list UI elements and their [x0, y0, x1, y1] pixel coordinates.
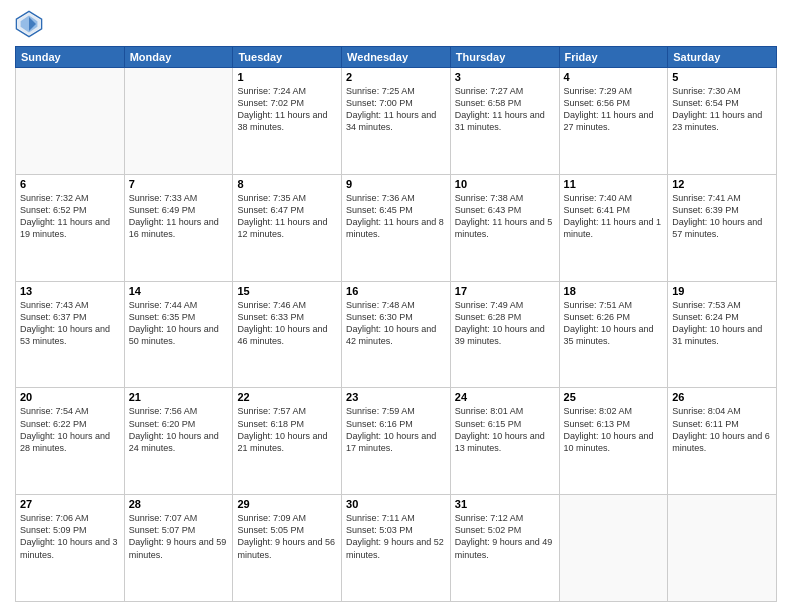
- weekday-header-row: SundayMondayTuesdayWednesdayThursdayFrid…: [16, 47, 777, 68]
- day-number: 15: [237, 285, 337, 297]
- day-info: Sunrise: 7:56 AM Sunset: 6:20 PM Dayligh…: [129, 405, 229, 454]
- calendar-cell: 12Sunrise: 7:41 AM Sunset: 6:39 PM Dayli…: [668, 174, 777, 281]
- day-number: 8: [237, 178, 337, 190]
- day-number: 5: [672, 71, 772, 83]
- week-row-3: 13Sunrise: 7:43 AM Sunset: 6:37 PM Dayli…: [16, 281, 777, 388]
- calendar-cell: 26Sunrise: 8:04 AM Sunset: 6:11 PM Dayli…: [668, 388, 777, 495]
- calendar-cell: [668, 495, 777, 602]
- weekday-header-thursday: Thursday: [450, 47, 559, 68]
- day-info: Sunrise: 7:06 AM Sunset: 5:09 PM Dayligh…: [20, 512, 120, 561]
- calendar-cell: 17Sunrise: 7:49 AM Sunset: 6:28 PM Dayli…: [450, 281, 559, 388]
- day-number: 28: [129, 498, 229, 510]
- day-info: Sunrise: 7:57 AM Sunset: 6:18 PM Dayligh…: [237, 405, 337, 454]
- calendar: SundayMondayTuesdayWednesdayThursdayFrid…: [15, 46, 777, 602]
- day-info: Sunrise: 7:30 AM Sunset: 6:54 PM Dayligh…: [672, 85, 772, 134]
- week-row-1: 1Sunrise: 7:24 AM Sunset: 7:02 PM Daylig…: [16, 68, 777, 175]
- weekday-header-wednesday: Wednesday: [342, 47, 451, 68]
- day-info: Sunrise: 7:41 AM Sunset: 6:39 PM Dayligh…: [672, 192, 772, 241]
- calendar-cell: 22Sunrise: 7:57 AM Sunset: 6:18 PM Dayli…: [233, 388, 342, 495]
- week-row-4: 20Sunrise: 7:54 AM Sunset: 6:22 PM Dayli…: [16, 388, 777, 495]
- calendar-cell: 18Sunrise: 7:51 AM Sunset: 6:26 PM Dayli…: [559, 281, 668, 388]
- day-number: 13: [20, 285, 120, 297]
- weekday-header-monday: Monday: [124, 47, 233, 68]
- calendar-cell: [124, 68, 233, 175]
- calendar-cell: 25Sunrise: 8:02 AM Sunset: 6:13 PM Dayli…: [559, 388, 668, 495]
- calendar-cell: [16, 68, 125, 175]
- calendar-cell: 7Sunrise: 7:33 AM Sunset: 6:49 PM Daylig…: [124, 174, 233, 281]
- day-number: 19: [672, 285, 772, 297]
- day-info: Sunrise: 7:29 AM Sunset: 6:56 PM Dayligh…: [564, 85, 664, 134]
- day-number: 1: [237, 71, 337, 83]
- day-info: Sunrise: 7:51 AM Sunset: 6:26 PM Dayligh…: [564, 299, 664, 348]
- logo: [15, 10, 47, 38]
- calendar-cell: 4Sunrise: 7:29 AM Sunset: 6:56 PM Daylig…: [559, 68, 668, 175]
- day-number: 16: [346, 285, 446, 297]
- day-number: 25: [564, 391, 664, 403]
- day-number: 22: [237, 391, 337, 403]
- day-info: Sunrise: 7:40 AM Sunset: 6:41 PM Dayligh…: [564, 192, 664, 241]
- day-info: Sunrise: 8:04 AM Sunset: 6:11 PM Dayligh…: [672, 405, 772, 454]
- calendar-cell: 13Sunrise: 7:43 AM Sunset: 6:37 PM Dayli…: [16, 281, 125, 388]
- day-number: 18: [564, 285, 664, 297]
- day-info: Sunrise: 7:54 AM Sunset: 6:22 PM Dayligh…: [20, 405, 120, 454]
- day-number: 3: [455, 71, 555, 83]
- weekday-header-friday: Friday: [559, 47, 668, 68]
- day-number: 6: [20, 178, 120, 190]
- day-number: 2: [346, 71, 446, 83]
- calendar-cell: 29Sunrise: 7:09 AM Sunset: 5:05 PM Dayli…: [233, 495, 342, 602]
- header: [15, 10, 777, 38]
- day-info: Sunrise: 8:02 AM Sunset: 6:13 PM Dayligh…: [564, 405, 664, 454]
- calendar-cell: 14Sunrise: 7:44 AM Sunset: 6:35 PM Dayli…: [124, 281, 233, 388]
- day-info: Sunrise: 7:35 AM Sunset: 6:47 PM Dayligh…: [237, 192, 337, 241]
- day-number: 26: [672, 391, 772, 403]
- calendar-cell: 15Sunrise: 7:46 AM Sunset: 6:33 PM Dayli…: [233, 281, 342, 388]
- calendar-cell: 21Sunrise: 7:56 AM Sunset: 6:20 PM Dayli…: [124, 388, 233, 495]
- calendar-cell: 10Sunrise: 7:38 AM Sunset: 6:43 PM Dayli…: [450, 174, 559, 281]
- calendar-cell: 30Sunrise: 7:11 AM Sunset: 5:03 PM Dayli…: [342, 495, 451, 602]
- weekday-header-tuesday: Tuesday: [233, 47, 342, 68]
- week-row-2: 6Sunrise: 7:32 AM Sunset: 6:52 PM Daylig…: [16, 174, 777, 281]
- day-info: Sunrise: 7:48 AM Sunset: 6:30 PM Dayligh…: [346, 299, 446, 348]
- calendar-cell: 8Sunrise: 7:35 AM Sunset: 6:47 PM Daylig…: [233, 174, 342, 281]
- day-number: 27: [20, 498, 120, 510]
- day-info: Sunrise: 7:25 AM Sunset: 7:00 PM Dayligh…: [346, 85, 446, 134]
- day-info: Sunrise: 7:53 AM Sunset: 6:24 PM Dayligh…: [672, 299, 772, 348]
- day-info: Sunrise: 7:27 AM Sunset: 6:58 PM Dayligh…: [455, 85, 555, 134]
- week-row-5: 27Sunrise: 7:06 AM Sunset: 5:09 PM Dayli…: [16, 495, 777, 602]
- day-info: Sunrise: 7:59 AM Sunset: 6:16 PM Dayligh…: [346, 405, 446, 454]
- day-info: Sunrise: 7:24 AM Sunset: 7:02 PM Dayligh…: [237, 85, 337, 134]
- day-info: Sunrise: 7:07 AM Sunset: 5:07 PM Dayligh…: [129, 512, 229, 561]
- day-number: 9: [346, 178, 446, 190]
- day-info: Sunrise: 7:32 AM Sunset: 6:52 PM Dayligh…: [20, 192, 120, 241]
- day-number: 14: [129, 285, 229, 297]
- day-number: 23: [346, 391, 446, 403]
- calendar-cell: 19Sunrise: 7:53 AM Sunset: 6:24 PM Dayli…: [668, 281, 777, 388]
- calendar-cell: 28Sunrise: 7:07 AM Sunset: 5:07 PM Dayli…: [124, 495, 233, 602]
- day-info: Sunrise: 7:44 AM Sunset: 6:35 PM Dayligh…: [129, 299, 229, 348]
- day-number: 11: [564, 178, 664, 190]
- calendar-cell: 23Sunrise: 7:59 AM Sunset: 6:16 PM Dayli…: [342, 388, 451, 495]
- day-number: 24: [455, 391, 555, 403]
- calendar-cell: 27Sunrise: 7:06 AM Sunset: 5:09 PM Dayli…: [16, 495, 125, 602]
- day-number: 17: [455, 285, 555, 297]
- logo-icon: [15, 10, 43, 38]
- calendar-cell: 2Sunrise: 7:25 AM Sunset: 7:00 PM Daylig…: [342, 68, 451, 175]
- day-number: 12: [672, 178, 772, 190]
- calendar-cell: 16Sunrise: 7:48 AM Sunset: 6:30 PM Dayli…: [342, 281, 451, 388]
- calendar-cell: 5Sunrise: 7:30 AM Sunset: 6:54 PM Daylig…: [668, 68, 777, 175]
- weekday-header-sunday: Sunday: [16, 47, 125, 68]
- day-number: 10: [455, 178, 555, 190]
- day-number: 31: [455, 498, 555, 510]
- day-number: 21: [129, 391, 229, 403]
- day-number: 20: [20, 391, 120, 403]
- day-info: Sunrise: 7:33 AM Sunset: 6:49 PM Dayligh…: [129, 192, 229, 241]
- day-number: 4: [564, 71, 664, 83]
- weekday-header-saturday: Saturday: [668, 47, 777, 68]
- calendar-cell: 20Sunrise: 7:54 AM Sunset: 6:22 PM Dayli…: [16, 388, 125, 495]
- day-info: Sunrise: 8:01 AM Sunset: 6:15 PM Dayligh…: [455, 405, 555, 454]
- day-info: Sunrise: 7:49 AM Sunset: 6:28 PM Dayligh…: [455, 299, 555, 348]
- calendar-cell: 6Sunrise: 7:32 AM Sunset: 6:52 PM Daylig…: [16, 174, 125, 281]
- calendar-cell: 1Sunrise: 7:24 AM Sunset: 7:02 PM Daylig…: [233, 68, 342, 175]
- calendar-cell: 9Sunrise: 7:36 AM Sunset: 6:45 PM Daylig…: [342, 174, 451, 281]
- calendar-cell: 11Sunrise: 7:40 AM Sunset: 6:41 PM Dayli…: [559, 174, 668, 281]
